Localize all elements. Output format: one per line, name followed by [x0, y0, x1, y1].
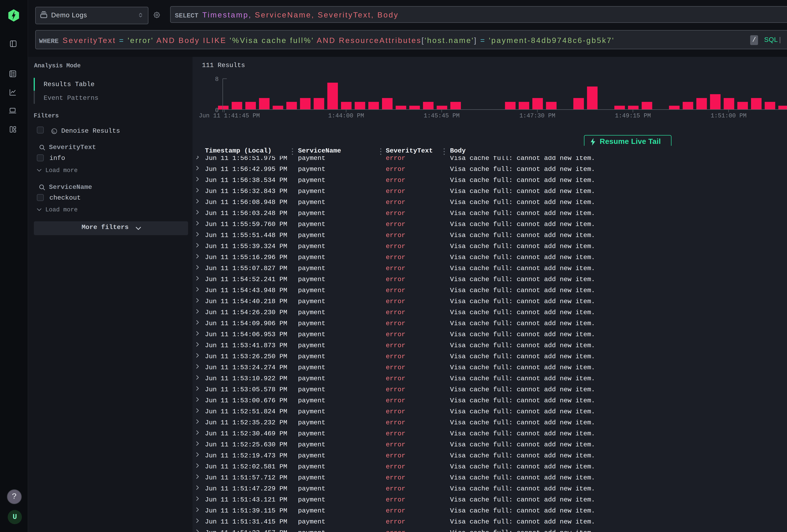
svg-text:1:51:00 PM: 1:51:00 PM	[711, 112, 747, 119]
svg-text:Jun 11 1:41:45 PM: Jun 11 1:41:45 PM	[199, 112, 260, 119]
svg-text:1:45:45 PM: 1:45:45 PM	[424, 112, 460, 119]
svg-text:1:49:15 PM: 1:49:15 PM	[615, 112, 651, 119]
svg-text:8: 8	[215, 76, 219, 83]
svg-text:1:47:30 PM: 1:47:30 PM	[519, 112, 555, 119]
svg-text:1:44:00 PM: 1:44:00 PM	[328, 112, 364, 119]
